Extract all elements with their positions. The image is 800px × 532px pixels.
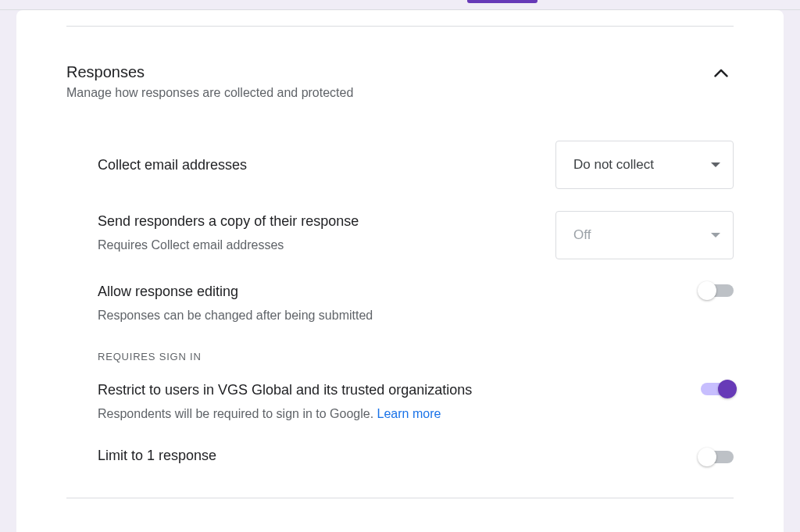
restrict-desc-prefix: Respondents will be required to sign in … bbox=[98, 407, 377, 420]
send-copy-row: Send responders a copy of their response… bbox=[98, 200, 734, 270]
caret-down-icon bbox=[711, 233, 720, 237]
restrict-label: Restrict to users in VGS Global and its … bbox=[98, 380, 472, 401]
collect-email-row: Collect email addresses Do not collect bbox=[98, 130, 734, 200]
restrict-toggle[interactable] bbox=[701, 383, 734, 395]
requires-signin-label: Requires sign in bbox=[98, 335, 734, 369]
setting-text: Collect email addresses bbox=[98, 155, 247, 176]
dropdown-value: Do not collect bbox=[573, 157, 654, 173]
section-subtitle: Manage how responses are collected and p… bbox=[66, 86, 353, 100]
send-copy-label: Send responders a copy of their response bbox=[98, 211, 359, 232]
limit-row: Limit to 1 response bbox=[98, 434, 734, 477]
chevron-up-icon bbox=[713, 69, 729, 78]
requires-bold: Collect email addresses bbox=[151, 238, 284, 252]
collapse-button[interactable] bbox=[713, 61, 734, 78]
responses-section-header[interactable]: Responses Manage how responses are colle… bbox=[66, 27, 734, 106]
caret-down-icon bbox=[711, 162, 720, 167]
section-title: Responses bbox=[66, 61, 353, 83]
limit-toggle[interactable] bbox=[701, 451, 734, 463]
restrict-desc: Respondents will be required to sign in … bbox=[98, 405, 472, 423]
send-copy-desc: Requires Collect email addresses bbox=[98, 237, 359, 254]
allow-edit-row: Allow response editing Responses can be … bbox=[98, 270, 734, 335]
dropdown-value: Off bbox=[573, 227, 591, 243]
toggle-knob bbox=[698, 281, 716, 300]
requires-prefix: Requires bbox=[98, 238, 151, 252]
setting-text: Restrict to users in VGS Global and its … bbox=[98, 380, 472, 423]
collect-email-dropdown[interactable]: Do not collect bbox=[555, 141, 734, 189]
toggle-knob bbox=[698, 448, 716, 466]
limit-label: Limit to 1 response bbox=[98, 445, 216, 466]
settings-card: Responses Manage how responses are colle… bbox=[16, 10, 784, 532]
setting-text: Send responders a copy of their response… bbox=[98, 211, 359, 254]
collect-email-label: Collect email addresses bbox=[98, 155, 247, 176]
settings-list: Collect email addresses Do not collect S… bbox=[66, 106, 734, 498]
send-copy-dropdown[interactable]: Off bbox=[555, 211, 734, 259]
restrict-row: Restrict to users in VGS Global and its … bbox=[98, 369, 734, 434]
allow-edit-label: Allow response editing bbox=[98, 281, 373, 302]
allow-edit-toggle[interactable] bbox=[701, 284, 734, 297]
setting-text: Allow response editing Responses can be … bbox=[98, 281, 373, 324]
setting-text: Limit to 1 response bbox=[98, 445, 216, 466]
section-header-text: Responses Manage how responses are colle… bbox=[66, 61, 353, 100]
active-tab-indicator bbox=[467, 0, 538, 3]
allow-edit-desc: Responses can be changed after being sub… bbox=[98, 307, 373, 324]
toggle-knob bbox=[718, 380, 737, 398]
divider bbox=[66, 498, 734, 498]
learn-more-link[interactable]: Learn more bbox=[377, 407, 441, 420]
